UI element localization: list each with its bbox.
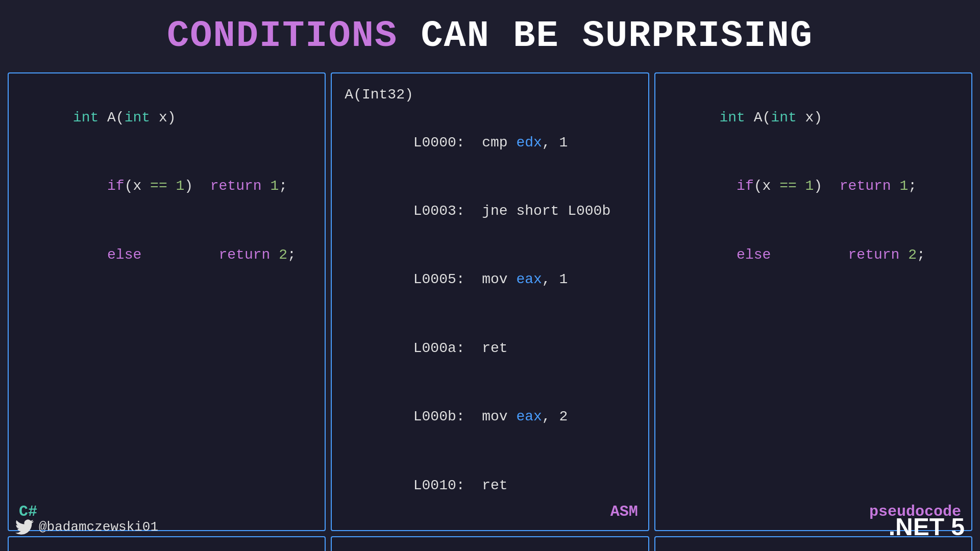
net-badge: .NET 5 [889,513,965,541]
twitter-info: @badamczewski01 [15,518,158,536]
asm-header-a: A(Int32) [345,84,635,107]
title: CONDITIONS CAN BE SURPRISING [0,0,980,67]
b-pseudo-line-1: int B(int x) [668,547,959,551]
main-grid: int A(int x) if(x == 1) return 1; else r… [0,67,980,424]
pseudo-line-3: else return 2; [668,221,959,289]
asm-line-6: L0010: ret [345,452,635,520]
panel-a-csharp: int A(int x) if(x == 1) return 1; else r… [8,72,326,531]
b-asm-header: B(Int32) [345,547,635,551]
footer: @badamczewski01 .NET 5 [0,513,980,541]
pseudo-line-1: int A(int x) [668,84,959,152]
asm-line-5: L000b: mov eax, 2 [345,383,635,451]
code-line-2: if(x == 1) return 1; [21,152,312,220]
panel-a-asm: A(Int32) L0000: cmp edx, 1 L0003: jne sh… [331,72,649,531]
pseudo-line-2: if(x == 1) return 1; [668,152,959,220]
code-line-1: int A(int x) [21,84,312,152]
title-conditions: CONDITIONS [167,15,398,57]
title-rest: CAN BE SURPRISING [398,15,813,57]
panel-a-pseudo: int A(int x) if(x == 1) return 1; else r… [654,72,972,531]
twitter-handle: @badamczewski01 [39,519,158,535]
asm-line-2: L0003: jne short L000b [345,177,635,245]
asm-line-4: L000a: ret [345,314,635,383]
code-line-3: else return 2; [21,221,312,289]
asm-line-1: L0000: cmp edx, 1 [345,109,635,177]
b-csharp-line-1: int B(int x) [21,547,312,551]
asm-line-3: L0005: mov eax, 1 [345,246,635,314]
twitter-icon [15,518,34,536]
